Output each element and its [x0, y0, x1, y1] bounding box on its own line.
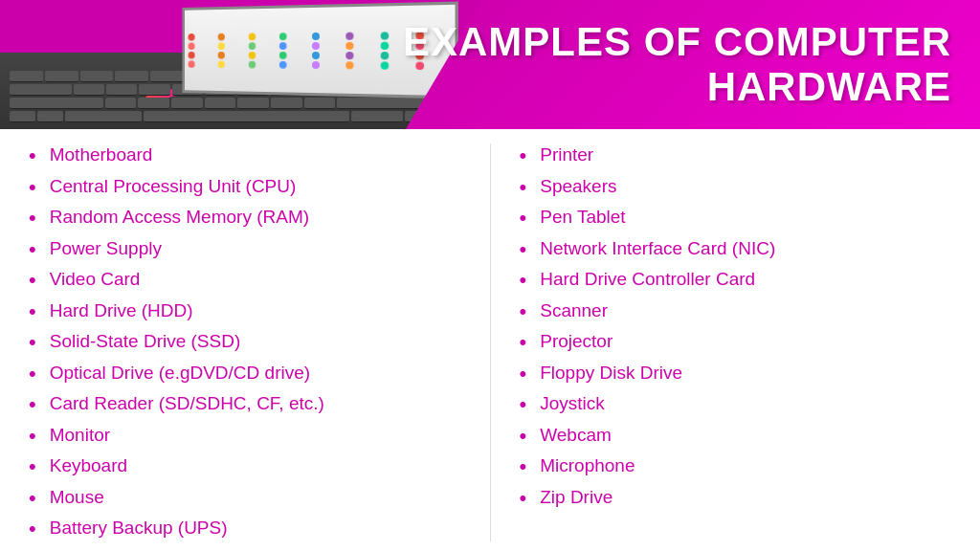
color-dot	[217, 42, 224, 50]
list-item-text: Hard Drive (HDD)	[50, 299, 193, 322]
list-item-text: Optical Drive (e.gDVD/CD drive)	[50, 362, 310, 385]
color-dot	[189, 60, 195, 68]
color-dot	[345, 41, 353, 49]
list-item: Mouse	[29, 486, 461, 512]
key	[37, 111, 63, 122]
list-item: Projector	[520, 330, 952, 356]
color-dot	[248, 42, 255, 50]
color-dot	[345, 32, 353, 39]
color-dot	[345, 52, 353, 59]
key	[80, 71, 114, 82]
content-area: MotherboardCentral Processing Unit (CPU)…	[0, 129, 980, 551]
color-dot	[312, 41, 320, 49]
list-item-text: Zip Drive	[540, 486, 612, 509]
color-dot	[217, 33, 224, 40]
list-item-text: Hard Drive Controller Card	[540, 268, 755, 291]
list-item: Video Card	[29, 268, 461, 294]
key	[138, 98, 169, 109]
list-item: Floppy Disk Drive	[520, 362, 952, 387]
key	[115, 71, 148, 82]
color-dot	[279, 33, 287, 40]
list-item: Solid-State Drive (SSD)	[29, 330, 461, 356]
list-item: Monitor	[29, 424, 461, 450]
list-item-text: Webcam	[540, 424, 612, 447]
color-dot	[217, 51, 224, 58]
list-item: Speakers	[520, 175, 952, 201]
right-list: PrinterSpeakersPen TabletNetwork Interfa…	[520, 143, 952, 511]
key	[10, 71, 43, 82]
key	[171, 98, 203, 109]
list-item-text: Keyboard	[50, 454, 127, 477]
color-dot	[380, 52, 388, 59]
color-dot	[345, 61, 353, 69]
key	[65, 111, 143, 122]
list-item-text: Microphone	[540, 454, 635, 477]
list-item-text: Monitor	[50, 424, 110, 447]
left-list: MotherboardCentral Processing Unit (CPU)…	[29, 143, 461, 551]
list-item-text: Solid-State Drive (SSD)	[50, 330, 241, 353]
key	[10, 111, 35, 122]
title-line2: HARDWARE	[403, 65, 951, 109]
list-item: Pen Tablet	[520, 206, 952, 231]
color-dot	[312, 61, 320, 69]
color-dot	[189, 33, 195, 41]
color-dot	[248, 33, 255, 40]
key	[150, 71, 184, 82]
list-item: Card Reader (SD/SDHC, CF, etc.)	[29, 392, 461, 418]
color-dot	[248, 60, 255, 68]
list-item-text: Power Supply	[50, 237, 162, 260]
list-item-text: Random Access Memory (RAM)	[50, 206, 309, 229]
list-item-text: Pen Tablet	[540, 206, 625, 229]
list-item-text: Projector	[540, 330, 612, 353]
list-item: Flash Drive	[29, 548, 461, 552]
color-dot	[312, 52, 320, 59]
list-item: Random Access Memory (RAM)	[29, 206, 461, 231]
spacebar	[144, 111, 349, 122]
key	[10, 98, 103, 109]
color-dot	[380, 61, 388, 69]
list-item: Central Processing Unit (CPU)	[29, 175, 461, 201]
list-item: Hard Drive Controller Card	[520, 268, 952, 294]
color-dot	[189, 51, 195, 58]
list-item-text: Floppy Disk Drive	[540, 362, 682, 385]
list-item-text: Scanner	[540, 299, 608, 322]
key	[105, 98, 137, 109]
key	[351, 111, 403, 122]
list-item: Microphone	[520, 454, 952, 480]
list-item: Motherboard	[29, 143, 461, 169]
list-item-text: Video Card	[50, 268, 141, 291]
list-item-text: Mouse	[50, 486, 104, 509]
list-item-text: Flash Drive	[50, 548, 142, 552]
list-item: Optical Drive (e.gDVD/CD drive)	[29, 362, 461, 387]
key	[271, 98, 302, 109]
list-item-text: Card Reader (SD/SDHC, CF, etc.)	[50, 392, 324, 415]
list-item: Keyboard	[29, 454, 461, 480]
list-item: Joystick	[520, 392, 952, 418]
color-dot	[380, 32, 388, 39]
title-line1: EXAMPLES OF COMPUTER	[403, 20, 951, 64]
list-item-text: Battery Backup (UPS)	[50, 517, 228, 540]
key	[106, 84, 137, 96]
color-dot	[189, 42, 195, 50]
list-item: Hard Drive (HDD)	[29, 299, 461, 325]
list-item: Zip Drive	[520, 486, 952, 512]
right-column: PrinterSpeakersPen TabletNetwork Interfa…	[520, 143, 952, 541]
list-item-text: Speakers	[540, 175, 616, 198]
key	[237, 98, 269, 109]
color-dot	[312, 32, 320, 39]
key	[74, 84, 104, 96]
list-item: Battery Backup (UPS)	[29, 517, 461, 542]
laptop-image	[0, 0, 469, 129]
list-item: Scanner	[520, 299, 952, 325]
list-item: Network Interface Card (NIC)	[520, 237, 952, 263]
list-item: Webcam	[520, 424, 952, 450]
color-dot	[279, 51, 287, 58]
color-dot	[217, 60, 224, 68]
key	[205, 98, 236, 109]
key	[10, 84, 72, 96]
column-divider	[490, 143, 491, 541]
key	[45, 71, 78, 82]
header-title: EXAMPLES OF COMPUTER HARDWARE	[403, 20, 980, 108]
list-item-text: Joystick	[540, 392, 605, 415]
color-dot	[380, 41, 388, 49]
